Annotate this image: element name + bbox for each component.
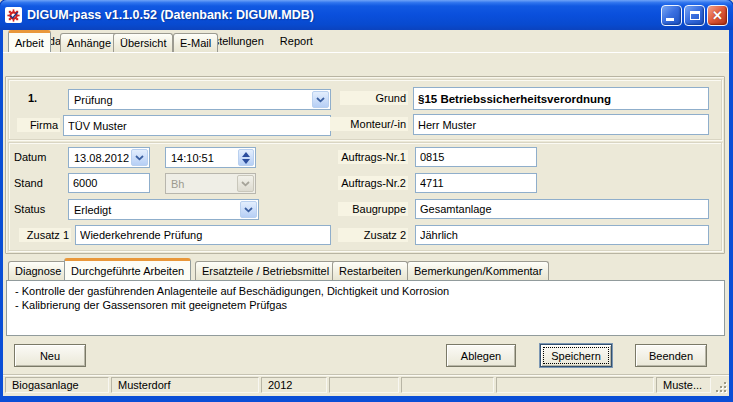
firma-label: Firma (17, 118, 60, 132)
work-type-combobox[interactable]: Prüfung (68, 89, 331, 110)
minimize-button[interactable] (661, 5, 682, 26)
statusbar-panel (401, 377, 494, 393)
tab-diagnose[interactable]: Diagnose (8, 261, 68, 280)
tab-uebersicht[interactable]: Übersicht (113, 33, 173, 52)
firma-input[interactable] (63, 115, 331, 136)
statusbar-panel (496, 377, 654, 393)
beenden-button[interactable]: Beenden (635, 344, 707, 367)
note-line: - Kontrolle der gasführenden Anlagenteil… (15, 284, 716, 298)
digum-gear-icon (7, 9, 20, 22)
stand-input[interactable] (68, 173, 150, 193)
tab-anhaenge[interactable]: Anhänge (60, 33, 118, 52)
titlebar: DIGUM-pass v1.1.0.52 (Datenbank: DIGUM.M… (0, 0, 733, 30)
tab-bemerkungen-kommentar[interactable]: Bemerkungen/Kommentar (407, 261, 549, 280)
grund-label: Grund (340, 91, 408, 105)
auftrag1-label: Auftrags-Nr.1 (338, 150, 408, 164)
minimize-icon (666, 18, 674, 21)
tab-durchgefuehrte-arbeiten[interactable]: Durchgeführte Arbeiten (64, 258, 191, 280)
menu-report[interactable]: Report (272, 32, 321, 50)
maximize-button[interactable] (684, 5, 705, 26)
statusbar-panel-ort: Musterdorf (111, 377, 259, 393)
status-value: Erledigt (69, 204, 239, 216)
close-icon: ✕ (712, 9, 723, 22)
maximize-icon (690, 11, 700, 20)
zusatz1-input[interactable] (75, 225, 331, 245)
client-area: Stammdaten Bearbeiten Mail Einstellungen… (3, 30, 729, 396)
ablegen-button[interactable]: Ablegen (446, 344, 516, 367)
datum-label: Datum (14, 151, 46, 163)
status-label: Status (14, 203, 45, 215)
close-button[interactable]: ✕ (707, 5, 728, 26)
spinner-down-icon[interactable] (242, 159, 250, 164)
zusatz1-label: Zusatz 1 (19, 228, 71, 242)
zusatz2-label: Zusatz 2 (338, 228, 408, 242)
uhrzeit-spinner[interactable]: 14:10:51 (165, 147, 256, 168)
spinner-up-icon[interactable] (242, 152, 250, 157)
speichern-button[interactable]: Speichern (540, 344, 612, 367)
note-line: - Kalibrierung der Gassensoren mit geeig… (15, 298, 716, 312)
grund-input[interactable] (413, 87, 709, 110)
tab-arbeit[interactable]: Arbeit (8, 30, 51, 52)
up-down-arrows-icon[interactable] (238, 149, 254, 166)
statusbar: Biogasanlage Musterdorf 2012 Muste... (3, 374, 729, 396)
uhrzeit-value: 14:10:51 (166, 152, 237, 164)
work-notes-textarea[interactable]: - Kontrolle der gasführenden Anlagenteil… (6, 280, 725, 336)
baugruppe-input[interactable] (415, 199, 709, 219)
monteur-label: Monteur/-in (330, 117, 408, 131)
monteur-input[interactable] (413, 114, 709, 135)
auftrag2-input[interactable] (415, 173, 537, 193)
chevron-down-icon[interactable] (131, 149, 148, 166)
stand-unit-combobox: Bh (165, 173, 256, 194)
chevron-down-icon[interactable] (312, 91, 329, 108)
auftrag2-label: Auftrags-Nr.2 (338, 176, 408, 190)
chevron-down-icon[interactable] (240, 201, 257, 218)
auftrag1-input[interactable] (415, 147, 537, 167)
stand-unit-value: Bh (166, 178, 236, 190)
entry-number-label: 1. (28, 92, 37, 104)
status-combobox[interactable]: Erledigt (68, 199, 259, 220)
statusbar-panel-anlage: Biogasanlage (5, 377, 109, 393)
stand-label: Stand (14, 177, 43, 189)
statusbar-panel (329, 377, 399, 393)
work-type-value: Prüfung (69, 94, 311, 106)
resize-grip[interactable] (713, 377, 727, 393)
window-title: DIGUM-pass v1.1.0.52 (Datenbank: DIGUM.M… (27, 8, 656, 22)
datum-datepicker[interactable]: 13.08.2012 (68, 147, 150, 168)
neu-button[interactable]: Neu (14, 344, 86, 367)
tab-ersatzteile-betriebsmittel[interactable]: Ersatzteile / Betriebsmittel (195, 261, 336, 280)
app-window: DIGUM-pass v1.1.0.52 (Datenbank: DIGUM.M… (0, 0, 733, 402)
chevron-down-icon (237, 175, 254, 192)
statusbar-panel-user: Muste... (656, 377, 711, 393)
baugruppe-label: Baugruppe (338, 202, 408, 216)
app-icon[interactable] (5, 7, 22, 23)
tab-restarbeiten[interactable]: Restarbeiten (332, 261, 408, 280)
tab-email[interactable]: E-Mail (173, 33, 218, 52)
zusatz2-input[interactable] (415, 225, 709, 245)
datum-value: 13.08.2012 (69, 152, 130, 164)
statusbar-panel-jahr: 2012 (261, 377, 327, 393)
